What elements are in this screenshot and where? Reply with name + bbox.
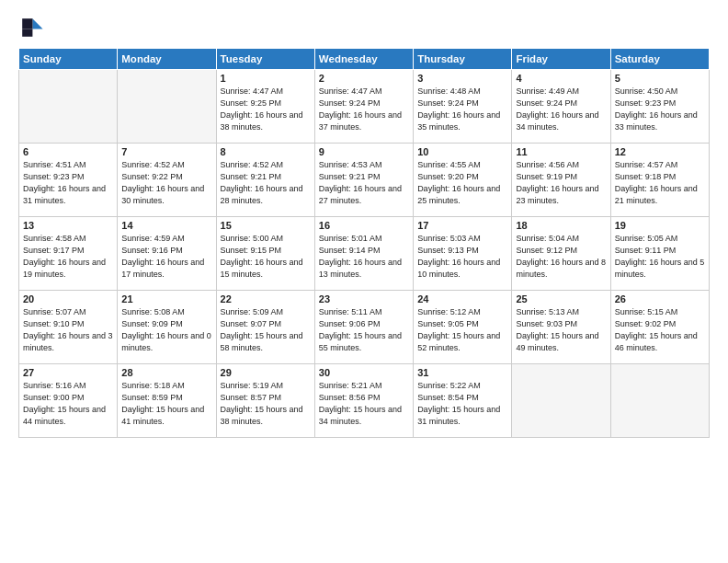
day-info: Sunrise: 4:58 AMSunset: 9:17 PMDaylight:… (23, 233, 113, 281)
day-number: 9 (319, 146, 409, 157)
day-info: Sunrise: 4:49 AMSunset: 9:24 PMDaylight:… (516, 86, 606, 133)
day-number: 5 (615, 73, 705, 84)
day-number: 6 (23, 146, 113, 157)
day-info: Sunrise: 4:47 AMSunset: 9:24 PMDaylight:… (319, 86, 409, 133)
calendar-cell: 13Sunrise: 4:58 AMSunset: 9:17 PMDayligh… (19, 217, 118, 291)
calendar-cell: 1Sunrise: 4:47 AMSunset: 9:25 PMDaylight… (216, 70, 314, 144)
day-number: 13 (23, 220, 113, 231)
calendar-cell: 2Sunrise: 4:47 AMSunset: 9:24 PMDaylight… (314, 70, 413, 144)
calendar-cell: 17Sunrise: 5:03 AMSunset: 9:13 PMDayligh… (414, 217, 512, 291)
day-info: Sunrise: 5:16 AMSunset: 9:00 PMDaylight:… (23, 380, 113, 428)
weekday-header-saturday: Saturday (610, 49, 709, 70)
calendar-cell: 26Sunrise: 5:15 AMSunset: 9:02 PMDayligh… (610, 291, 709, 364)
svg-rect-2 (22, 29, 32, 36)
calendar-cell: 24Sunrise: 5:12 AMSunset: 9:05 PMDayligh… (414, 291, 512, 364)
svg-marker-0 (32, 18, 42, 29)
calendar-cell (610, 364, 709, 438)
day-number: 18 (516, 220, 606, 231)
svg-rect-1 (22, 18, 32, 29)
calendar-cell: 21Sunrise: 5:08 AMSunset: 9:09 PMDayligh… (118, 291, 216, 364)
header (18, 15, 710, 40)
day-number: 24 (417, 293, 507, 304)
calendar-cell: 6Sunrise: 4:51 AMSunset: 9:23 PMDaylight… (19, 144, 118, 217)
day-info: Sunrise: 4:52 AMSunset: 9:21 PMDaylight:… (221, 159, 311, 207)
calendar-cell: 20Sunrise: 5:07 AMSunset: 9:10 PMDayligh… (19, 291, 118, 364)
day-number: 4 (516, 73, 606, 84)
calendar-cell: 14Sunrise: 4:59 AMSunset: 9:16 PMDayligh… (118, 217, 216, 291)
day-info: Sunrise: 5:05 AMSunset: 9:11 PMDaylight:… (615, 233, 705, 281)
calendar-cell: 5Sunrise: 4:50 AMSunset: 9:23 PMDaylight… (610, 70, 709, 144)
day-info: Sunrise: 4:48 AMSunset: 9:24 PMDaylight:… (417, 86, 507, 133)
day-number: 19 (615, 220, 705, 231)
calendar-table: SundayMondayTuesdayWednesdayThursdayFrid… (18, 48, 710, 438)
weekday-header-sunday: Sunday (19, 49, 118, 70)
calendar-cell: 28Sunrise: 5:18 AMSunset: 8:59 PMDayligh… (118, 364, 216, 438)
calendar-cell: 23Sunrise: 5:11 AMSunset: 9:06 PMDayligh… (314, 291, 413, 364)
day-number: 26 (615, 293, 705, 304)
day-number: 31 (417, 367, 507, 378)
day-info: Sunrise: 5:01 AMSunset: 9:14 PMDaylight:… (319, 233, 409, 281)
calendar-cell: 22Sunrise: 5:09 AMSunset: 9:07 PMDayligh… (216, 291, 314, 364)
day-number: 30 (319, 367, 409, 378)
calendar-cell: 29Sunrise: 5:19 AMSunset: 8:57 PMDayligh… (216, 364, 314, 438)
day-info: Sunrise: 4:47 AMSunset: 9:25 PMDaylight:… (221, 86, 311, 133)
calendar-cell: 25Sunrise: 5:13 AMSunset: 9:03 PMDayligh… (512, 291, 610, 364)
calendar-cell: 16Sunrise: 5:01 AMSunset: 9:14 PMDayligh… (314, 217, 413, 291)
calendar-cell: 9Sunrise: 4:53 AMSunset: 9:21 PMDaylight… (314, 144, 413, 217)
weekday-header-monday: Monday (118, 49, 216, 70)
day-number: 14 (121, 220, 211, 231)
day-info: Sunrise: 5:04 AMSunset: 9:12 PMDaylight:… (516, 233, 606, 281)
day-info: Sunrise: 5:15 AMSunset: 9:02 PMDaylight:… (615, 306, 705, 354)
calendar-cell (118, 70, 216, 144)
day-number: 22 (221, 293, 311, 304)
day-number: 1 (221, 73, 311, 84)
day-info: Sunrise: 5:11 AMSunset: 9:06 PMDaylight:… (319, 306, 409, 354)
calendar-cell: 3Sunrise: 4:48 AMSunset: 9:24 PMDaylight… (414, 70, 512, 144)
day-number: 16 (319, 220, 409, 231)
day-number: 2 (319, 73, 409, 84)
logo-icon (18, 15, 44, 40)
day-info: Sunrise: 4:57 AMSunset: 9:18 PMDaylight:… (615, 159, 705, 207)
calendar-cell: 8Sunrise: 4:52 AMSunset: 9:21 PMDaylight… (216, 144, 314, 217)
day-info: Sunrise: 5:13 AMSunset: 9:03 PMDaylight:… (516, 306, 606, 354)
day-number: 12 (615, 146, 705, 157)
day-number: 17 (417, 220, 507, 231)
calendar-cell: 11Sunrise: 4:56 AMSunset: 9:19 PMDayligh… (512, 144, 610, 217)
calendar-cell: 15Sunrise: 5:00 AMSunset: 9:15 PMDayligh… (216, 217, 314, 291)
calendar-cell: 10Sunrise: 4:55 AMSunset: 9:20 PMDayligh… (414, 144, 512, 217)
day-info: Sunrise: 5:21 AMSunset: 8:56 PMDaylight:… (319, 380, 409, 428)
day-number: 7 (121, 146, 211, 157)
day-number: 21 (121, 293, 211, 304)
day-info: Sunrise: 5:09 AMSunset: 9:07 PMDaylight:… (221, 306, 311, 354)
day-number: 29 (221, 367, 311, 378)
day-number: 3 (417, 73, 507, 84)
day-number: 15 (221, 220, 311, 231)
page: SundayMondayTuesdayWednesdayThursdayFrid… (0, 0, 728, 563)
weekday-header-thursday: Thursday (414, 49, 512, 70)
day-info: Sunrise: 5:07 AMSunset: 9:10 PMDaylight:… (23, 306, 113, 354)
day-info: Sunrise: 4:55 AMSunset: 9:20 PMDaylight:… (417, 159, 507, 207)
day-info: Sunrise: 4:56 AMSunset: 9:19 PMDaylight:… (516, 159, 606, 207)
day-number: 10 (417, 146, 507, 157)
calendar-cell: 12Sunrise: 4:57 AMSunset: 9:18 PMDayligh… (610, 144, 709, 217)
calendar-cell: 27Sunrise: 5:16 AMSunset: 9:00 PMDayligh… (19, 364, 118, 438)
day-info: Sunrise: 5:12 AMSunset: 9:05 PMDaylight:… (417, 306, 507, 354)
day-number: 23 (319, 293, 409, 304)
day-info: Sunrise: 4:50 AMSunset: 9:23 PMDaylight:… (615, 86, 705, 133)
day-info: Sunrise: 5:08 AMSunset: 9:09 PMDaylight:… (121, 306, 211, 354)
day-info: Sunrise: 5:22 AMSunset: 8:54 PMDaylight:… (417, 380, 507, 428)
logo (18, 15, 48, 40)
day-info: Sunrise: 5:18 AMSunset: 8:59 PMDaylight:… (121, 380, 211, 428)
day-info: Sunrise: 5:19 AMSunset: 8:57 PMDaylight:… (221, 380, 311, 428)
calendar-cell: 4Sunrise: 4:49 AMSunset: 9:24 PMDaylight… (512, 70, 610, 144)
day-number: 8 (221, 146, 311, 157)
calendar-cell: 31Sunrise: 5:22 AMSunset: 8:54 PMDayligh… (414, 364, 512, 438)
day-info: Sunrise: 4:53 AMSunset: 9:21 PMDaylight:… (319, 159, 409, 207)
day-number: 28 (121, 367, 211, 378)
calendar-cell (512, 364, 610, 438)
calendar-cell: 30Sunrise: 5:21 AMSunset: 8:56 PMDayligh… (314, 364, 413, 438)
weekday-header-wednesday: Wednesday (314, 49, 413, 70)
day-info: Sunrise: 5:00 AMSunset: 9:15 PMDaylight:… (221, 233, 311, 281)
weekday-header-friday: Friday (512, 49, 610, 70)
calendar-cell (19, 70, 118, 144)
